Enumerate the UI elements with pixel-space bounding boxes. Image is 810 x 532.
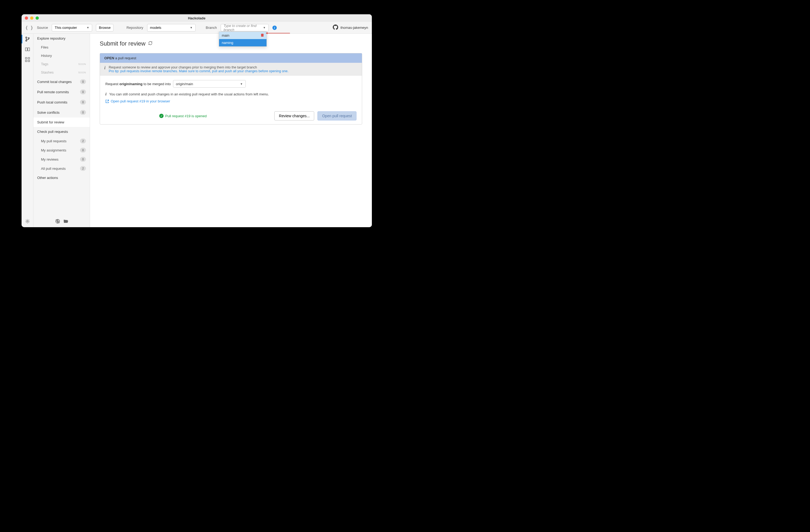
diff-icon[interactable]: [25, 47, 30, 52]
maximize-window-button[interactable]: [36, 16, 39, 20]
browse-button[interactable]: Browse: [96, 24, 113, 32]
globe-slash-icon[interactable]: [55, 219, 60, 225]
svg-point-0: [26, 37, 27, 38]
git-branch-icon[interactable]: [25, 36, 30, 42]
sidebar-pull[interactable]: Pull remote commits 0: [33, 87, 90, 97]
source-label: Source: [37, 26, 48, 30]
count-badge: 0: [80, 110, 86, 115]
branch-dropdown: main naming: [219, 32, 267, 47]
count-badge: 2: [80, 139, 86, 143]
sidebar-push[interactable]: Push local commits 0: [33, 97, 90, 107]
sidebar-history[interactable]: History: [33, 51, 90, 60]
chevron-down-icon: ▼: [263, 26, 266, 29]
note-row: i You can still commit and push changes …: [106, 92, 356, 96]
merge-target-select[interactable]: origin/main ▼: [173, 80, 246, 87]
pr-panel: OPEN a pull request i Request someone to…: [100, 53, 362, 125]
grid-icon[interactable]: [25, 57, 30, 62]
info-icon[interactable]: i: [272, 26, 277, 30]
curly-braces-icon[interactable]: { }: [25, 25, 33, 30]
svg-rect-6: [28, 58, 30, 59]
svg-rect-8: [28, 60, 30, 62]
chevron-down-icon: ▼: [190, 26, 193, 29]
close-window-button[interactable]: [25, 16, 28, 20]
minimize-window-button[interactable]: [30, 16, 33, 20]
sidebar-footer: [33, 216, 90, 227]
folder-open-icon[interactable]: [63, 219, 68, 225]
count-badge: 0: [80, 148, 86, 152]
settings-icon[interactable]: [25, 219, 30, 224]
count-badge: 0: [80, 90, 86, 94]
sidebar-submit[interactable]: Submit for review: [33, 117, 90, 127]
sidebar: Explore repository Files History Tags SO…: [33, 34, 90, 227]
sidebar-my-assignments[interactable]: My assignments 0: [33, 146, 90, 155]
svg-point-1: [26, 40, 27, 41]
merge-row: Request origin/naming to be merged into …: [106, 80, 356, 87]
svg-rect-4: [28, 48, 30, 51]
repository-value: models: [150, 26, 161, 30]
sidebar-commit[interactable]: Commit local changes 0: [33, 77, 90, 87]
annotation-arrow: [267, 33, 290, 33]
sidebar-files[interactable]: Files: [33, 43, 90, 51]
panel-header: OPEN a pull request: [100, 53, 362, 63]
window-title: Hackolade: [188, 16, 205, 20]
sidebar-all-prs[interactable]: All pull requests 2: [33, 164, 90, 173]
external-link-icon: [106, 99, 109, 103]
sidebar-solve[interactable]: Solve conflicts 0: [33, 107, 90, 117]
info-bar: i Request someone to review and approve …: [100, 63, 362, 76]
github-icon[interactable]: [333, 25, 338, 31]
chevron-down-icon: ▼: [240, 82, 243, 85]
branch-option-naming[interactable]: naming: [219, 39, 266, 46]
sidebar-stashes: Stashes SOON: [33, 68, 90, 77]
branch-option-main[interactable]: main: [219, 32, 266, 39]
sidebar-other[interactable]: Other actions: [33, 173, 90, 182]
branch-placeholder: Type to create or find branch: [224, 24, 261, 32]
sidebar-my-prs[interactable]: My pull requests 2: [33, 136, 90, 146]
main-content: Submit for review OPEN a pull request i …: [90, 34, 372, 227]
app-body: Explore repository Files History Tags SO…: [21, 34, 372, 227]
pr-status: ✓ Pull request #19 is opened: [159, 114, 207, 118]
open-pr-link[interactable]: Open pull request #19 in your browser: [106, 99, 356, 103]
svg-rect-7: [25, 60, 27, 62]
refresh-icon[interactable]: [148, 41, 152, 46]
sidebar-explore[interactable]: Explore repository: [33, 34, 90, 43]
open-pull-request-button[interactable]: Open pull request: [318, 111, 356, 120]
repository-label: Repository: [126, 26, 143, 30]
count-badge: 0: [80, 100, 86, 104]
sidebar-my-reviews[interactable]: My reviews 0: [33, 155, 90, 164]
svg-point-9: [27, 221, 28, 222]
review-changes-button[interactable]: Review changes...: [274, 111, 314, 120]
toolbar: { } Source This computer ▼ Browse Reposi…: [21, 22, 372, 34]
check-circle-icon: ✓: [159, 114, 164, 118]
info-icon: i: [106, 92, 107, 96]
repository-select[interactable]: models ▼: [147, 24, 196, 32]
sidebar-tags: Tags SOON: [33, 60, 90, 68]
source-value: This computer: [55, 26, 77, 30]
info-icon: i: [104, 65, 106, 73]
sidebar-check[interactable]: Check pull requests: [33, 127, 90, 136]
activity-rail: [21, 34, 33, 227]
window-controls: [25, 16, 39, 20]
app-window: Hackolade { } Source This computer ▼ Bro…: [21, 14, 372, 227]
count-badge: 0: [80, 157, 86, 162]
panel-body: Request origin/naming to be merged into …: [100, 76, 362, 108]
chevron-down-icon: ▼: [86, 26, 89, 29]
source-select[interactable]: This computer ▼: [52, 24, 92, 32]
svg-point-2: [28, 37, 29, 39]
svg-rect-5: [25, 58, 27, 59]
branch-label: Branch: [206, 26, 217, 30]
trash-icon[interactable]: [261, 33, 264, 37]
count-badge: 2: [80, 166, 86, 171]
panel-footer: ✓ Pull request #19 is opened Review chan…: [100, 108, 362, 124]
titlebar: Hackolade: [21, 14, 372, 22]
count-badge: 0: [80, 79, 86, 84]
pro-tip-link[interactable]: Pro tip: pull requests involve remote br…: [109, 69, 288, 73]
user-name[interactable]: thomas-jakemeyn: [340, 26, 368, 30]
svg-rect-3: [25, 48, 27, 51]
branch-select[interactable]: Type to create or find branch ▼: [221, 24, 269, 32]
